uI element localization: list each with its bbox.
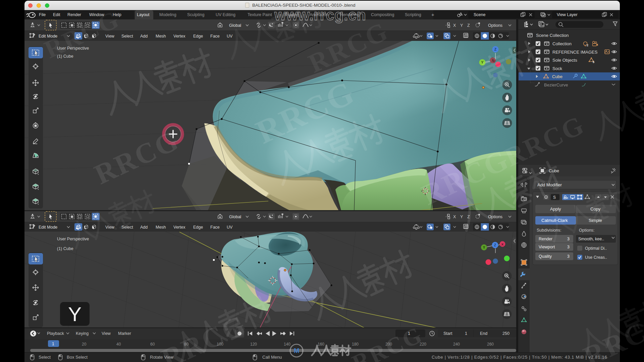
svg-text:Mesh: Mesh [156, 225, 166, 230]
svg-text:Edge: Edge [193, 34, 203, 39]
svg-text:Z: Z [494, 47, 497, 51]
svg-text:Global: Global [229, 23, 241, 28]
svg-text:Y: Y [483, 246, 485, 249]
svg-text:RRCG: RRCG [500, 110, 589, 172]
svg-text:UV: UV [227, 34, 233, 39]
svg-text:Y: Y [460, 23, 463, 28]
svg-text:RRCG: RRCG [417, 143, 514, 211]
svg-text:RRCG: RRCG [90, 124, 184, 190]
svg-text:RRCG: RRCG [157, 308, 251, 362]
svg-text:Add: Add [140, 34, 148, 39]
svg-text:Y: Y [460, 215, 463, 219]
svg-text:RRCG: RRCG [304, 16, 393, 78]
svg-text:Vertex: Vertex [173, 225, 185, 230]
svg-text:Add: Add [140, 225, 148, 230]
svg-text:Vertex: Vertex [173, 34, 185, 39]
svg-text:Global: Global [229, 215, 241, 219]
svg-text:Edit Mode: Edit Mode [39, 225, 57, 230]
svg-text:www.rrcg.cn: www.rrcg.cn [274, 7, 366, 23]
svg-text:Z: Z [494, 243, 496, 247]
svg-text:Edge: Edge [193, 225, 203, 230]
svg-text:X: X [501, 242, 504, 246]
svg-text:RRCG: RRCG [40, 5, 124, 63]
svg-text:Options: Options [488, 23, 502, 28]
svg-text:Face: Face [210, 225, 220, 230]
svg-text:RRCG: RRCG [348, 321, 427, 362]
svg-text:X: X [453, 23, 456, 28]
svg-text:X: X [453, 215, 456, 219]
svg-text:Z: Z [467, 23, 470, 28]
svg-text:Face: Face [210, 34, 220, 39]
svg-text:UV: UV [227, 225, 233, 230]
svg-text:Mesh: Mesh [156, 34, 166, 39]
svg-text:Select: Select [121, 34, 133, 39]
svg-text:M: M [294, 347, 300, 354]
